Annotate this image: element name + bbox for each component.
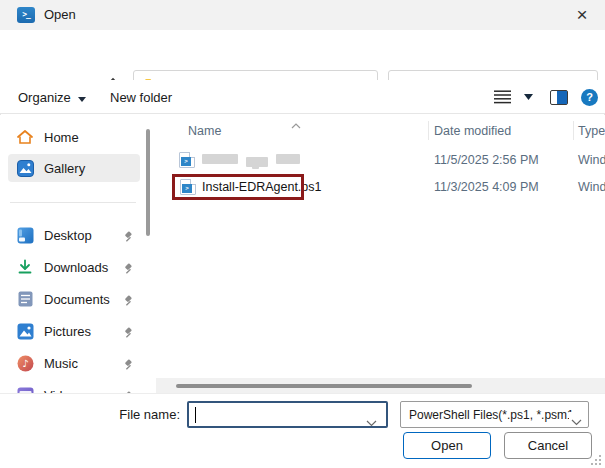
downloads-icon (12, 259, 38, 275)
file-type: Wind (578, 174, 605, 201)
help-icon[interactable]: ? (581, 80, 598, 114)
open-file-dialog: >_ Open × « Loca... Script (0, 0, 605, 468)
preview-pane-icon[interactable] (550, 80, 568, 114)
sidebar-item-label: Pictures (44, 324, 91, 339)
sidebar-item-label: Desktop (44, 228, 92, 243)
gallery-icon (12, 160, 38, 177)
redacted-file-name (252, 165, 259, 169)
pin-icon[interactable] (121, 293, 133, 311)
sidebar-item-label: Music (44, 356, 78, 371)
sort-ascending-icon (291, 115, 301, 133)
organize-label: Organize (18, 90, 71, 105)
resize-grip[interactable] (591, 455, 601, 465)
column-separator[interactable] (573, 121, 574, 140)
pin-icon[interactable] (121, 229, 133, 247)
file-type-select[interactable]: PowerShell Files(*.ps1, *.psm1, (400, 401, 589, 428)
column-separator[interactable] (428, 121, 429, 140)
sidebar-item-label: Gallery (44, 161, 85, 176)
sidebar-divider (10, 202, 136, 203)
powershell-file-icon: > (180, 179, 196, 195)
column-header-date-modified[interactable]: Date modified (434, 118, 511, 144)
chevron-down-icon[interactable] (366, 413, 377, 431)
pin-icon[interactable] (121, 325, 133, 343)
chevron-down-icon (569, 412, 582, 428)
file-date: 11/3/2025 4:09 PM (434, 174, 539, 201)
sidebar-item-label: Downloads (44, 260, 108, 275)
close-icon[interactable]: × (565, 2, 599, 28)
file-name-input[interactable] (187, 401, 388, 428)
view-dropdown-icon[interactable] (524, 80, 533, 114)
sidebar-item-videos[interactable]: Videos (8, 381, 140, 393)
navigation-bar: « Loca... Script Search Script (0, 30, 605, 80)
sidebar-scrollbar[interactable] (146, 129, 150, 236)
sidebar-item-gallery[interactable]: Gallery (8, 154, 140, 182)
sidebar-item-label: Home (44, 130, 79, 145)
redacted-file-name (202, 154, 238, 164)
svg-text:♪: ♪ (22, 358, 28, 369)
column-header-type[interactable]: Type (578, 118, 605, 144)
file-type: Wind (578, 147, 605, 174)
file-name-label: File name: (100, 407, 180, 422)
window-title: Open (44, 7, 76, 22)
powershell-file-icon: > (179, 152, 195, 168)
sidebar-item-documents[interactable]: Documents (8, 285, 140, 313)
new-folder-button[interactable]: New folder (110, 80, 172, 114)
command-bar: Organize New folder ? (0, 80, 605, 114)
sidebar-item-desktop[interactable]: Desktop (8, 221, 140, 249)
horizontal-scrollbar-thumb[interactable] (176, 384, 472, 388)
powershell-icon: >_ (17, 7, 35, 23)
title-bar: >_ Open × (0, 0, 605, 30)
organize-button[interactable]: Organize (18, 80, 86, 114)
open-button[interactable]: Open (403, 432, 491, 459)
pictures-icon (12, 323, 38, 340)
file-type-value: PowerShell Files(*.ps1, *.psm1, (409, 408, 577, 422)
dialog-footer: File name: PowerShell Files(*.ps1, *.psm… (0, 393, 605, 468)
desktop-icon (12, 227, 38, 244)
chevron-down-icon (78, 90, 86, 105)
music-icon: ♪ (12, 355, 38, 372)
view-list-icon[interactable] (494, 80, 511, 114)
sidebar-item-downloads[interactable]: Downloads (8, 253, 140, 281)
home-icon (12, 129, 38, 145)
pin-icon[interactable] (121, 261, 133, 279)
column-header-name[interactable]: Name (188, 118, 221, 144)
sidebar-item-label: Documents (44, 292, 110, 307)
file-name[interactable]: Install-EDRAgent.ps1 (202, 174, 322, 201)
text-caret (195, 407, 196, 423)
sidebar-item-pictures[interactable]: Pictures (8, 317, 140, 345)
redacted-file-name (276, 154, 300, 164)
sidebar-item-home[interactable]: Home (8, 123, 140, 151)
documents-icon (12, 291, 38, 307)
pin-icon[interactable] (121, 357, 133, 375)
sidebar-item-music[interactable]: ♪ Music (8, 349, 140, 377)
file-date: 11/5/2025 2:56 PM (434, 147, 539, 174)
dialog-content: Home Gallery Desktop Downloads (0, 115, 605, 393)
cancel-button[interactable]: Cancel (504, 432, 592, 459)
new-folder-label: New folder (110, 90, 172, 105)
horizontal-scrollbar[interactable] (156, 378, 605, 393)
